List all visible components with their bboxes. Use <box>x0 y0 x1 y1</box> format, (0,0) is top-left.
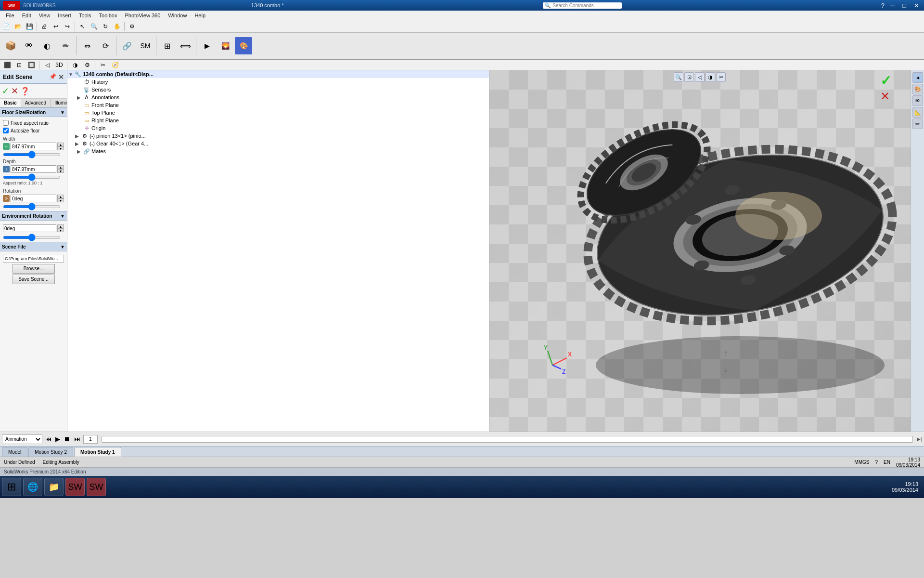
maximize-button[interactable]: □ <box>900 2 908 9</box>
view-orientation-btn[interactable]: 🧭 <box>110 60 120 70</box>
tree-item-mates[interactable]: ▶ 🔗 Mates <box>67 147 489 155</box>
vp-fit-btn[interactable]: ⊡ <box>684 72 694 82</box>
start-button[interactable]: ⊞ <box>2 478 21 496</box>
env-rotation-input[interactable] <box>3 224 56 232</box>
open-btn[interactable]: 📂 <box>13 21 23 32</box>
depth-slider[interactable] <box>3 176 61 179</box>
undo-btn[interactable]: ↩ <box>51 21 61 32</box>
linear-pattern-btn[interactable]: ⊞ <box>158 37 176 54</box>
tab-basic[interactable]: Basic <box>0 99 21 107</box>
rotate-component-btn[interactable]: ⟳ <box>97 37 114 54</box>
env-rotation-slider[interactable] <box>3 236 61 239</box>
sw-btn-2[interactable]: SW <box>87 478 106 496</box>
edit-component-btn[interactable]: ✏ <box>57 37 74 54</box>
rs-btn-4[interactable]: 📐 <box>912 107 923 118</box>
mate-btn[interactable]: 🔗 <box>118 37 136 54</box>
tab-illumination[interactable]: Illumination <box>51 99 67 107</box>
redo-btn[interactable]: ↪ <box>62 21 73 32</box>
menu-view[interactable]: View <box>35 12 54 19</box>
menu-edit[interactable]: Edit <box>18 12 35 19</box>
options-btn[interactable]: ⚙ <box>127 21 137 32</box>
vp-zoom-btn[interactable]: 🔍 <box>674 72 683 82</box>
width-up[interactable]: ▲ <box>57 143 64 146</box>
tree-root[interactable]: ▼ 🔧 1340 combo (Default<Disp... <box>67 70 489 78</box>
anim-frame-input[interactable] <box>83 435 98 444</box>
previous-view-btn[interactable]: ◁ <box>42 60 52 70</box>
autosize-floor-checkbox[interactable] <box>3 128 9 133</box>
insert-component-btn[interactable]: 📦 <box>2 37 19 54</box>
mirror-btn[interactable]: ⟺ <box>177 37 194 54</box>
confirm-icon[interactable]: ✓ <box>2 86 9 96</box>
standard-views-btn[interactable]: ⬛ <box>2 60 13 70</box>
fixed-aspect-ratio-checkbox[interactable] <box>3 120 9 126</box>
scene-btn[interactable]: 🌄 <box>217 37 234 54</box>
move-component-btn[interactable]: ⇔ <box>78 37 96 54</box>
save-btn[interactable]: 💾 <box>24 21 35 32</box>
close-panel-btn[interactable]: ✕ <box>58 73 64 81</box>
confirm-x-button[interactable]: ✕ <box>880 91 891 102</box>
menu-tools[interactable]: Tools <box>75 12 95 19</box>
rs-btn-2[interactable]: 🎨 <box>912 84 923 94</box>
photoview-render-btn[interactable]: ▶ <box>198 37 216 54</box>
rotation-down[interactable]: ▼ <box>57 198 64 202</box>
sw-btn-1[interactable]: SW <box>65 478 85 496</box>
search-commands-box[interactable]: 🔍 <box>543 2 622 9</box>
select-btn[interactable]: ↖ <box>77 21 88 32</box>
pan-btn[interactable]: ✋ <box>112 21 122 32</box>
tree-item-pinion[interactable]: ▶ ⚙ (-) pinion 13<1> (pinio... <box>67 132 489 140</box>
vp-prev-view-btn[interactable]: ◁ <box>695 72 705 82</box>
rotation-input[interactable] <box>11 195 56 202</box>
depth-down[interactable]: ▼ <box>57 169 64 173</box>
print-btn[interactable]: 🖨 <box>39 21 50 32</box>
explorer-btn[interactable]: 📁 <box>44 478 64 496</box>
pin-icon[interactable]: 📌 <box>49 73 56 81</box>
menu-toolbox[interactable]: Toolbox <box>95 12 121 19</box>
width-input[interactable] <box>11 143 56 150</box>
browser-btn[interactable]: 🌐 <box>23 478 42 496</box>
depth-input[interactable] <box>11 165 56 173</box>
zoom-btn[interactable]: 🔍 <box>89 21 99 32</box>
close-button[interactable]: ✕ <box>912 2 921 9</box>
rs-btn-3[interactable]: 👁 <box>912 95 923 106</box>
tab-model[interactable]: Model <box>2 447 27 457</box>
collapse-floor-icon[interactable]: ▼ <box>60 110 65 115</box>
menu-insert[interactable]: Insert <box>54 12 75 19</box>
appearance-btn[interactable]: 🎨 <box>235 37 252 54</box>
status-help-icon[interactable]: ? <box>875 460 878 465</box>
minimize-button[interactable]: ─ <box>888 2 897 9</box>
anim-play-btn[interactable]: ▶ <box>54 435 61 443</box>
tree-item-gear40[interactable]: ▶ ⚙ (-) Gear 40<1> (Gear 4... <box>67 140 489 147</box>
save-scene-button[interactable]: Save Scene... <box>13 275 55 284</box>
vp-section-btn[interactable]: ✂ <box>716 72 726 82</box>
anim-rewind-btn[interactable]: ⏮ <box>44 435 52 443</box>
tree-item-history[interactable]: ⏱ History <box>67 78 489 86</box>
zoom-to-fit-btn[interactable]: ⊡ <box>14 60 25 70</box>
menu-file[interactable]: File <box>2 12 18 19</box>
collapse-scenefile-icon[interactable]: ▼ <box>60 244 65 250</box>
section-view-btn[interactable]: ✂ <box>98 60 108 70</box>
menu-photoview[interactable]: PhotoView 360 <box>121 12 164 19</box>
help-icon[interactable]: ❓ <box>20 87 30 96</box>
rotation-slider[interactable] <box>3 205 61 208</box>
tree-item-annotations[interactable]: ▶ A Annotations <box>67 93 489 101</box>
3d-drawing-btn[interactable]: 3D <box>54 60 64 70</box>
tree-item-sensors[interactable]: 📡 Sensors <box>67 86 489 93</box>
confirm-check-button[interactable]: ✓ <box>880 74 891 88</box>
menu-window[interactable]: Window <box>164 12 191 19</box>
width-down[interactable]: ▼ <box>57 146 64 150</box>
menu-help[interactable]: Help <box>191 12 209 19</box>
vp-display-btn[interactable]: ◑ <box>706 72 715 82</box>
view-settings-btn[interactable]: ⚙ <box>82 60 92 70</box>
animation-mode-select[interactable]: Animation Basic Motion <box>2 434 42 444</box>
anim-stop-btn[interactable]: ⏹ <box>63 435 71 443</box>
rs-btn-1[interactable]: ◀ <box>912 72 923 83</box>
tab-advanced[interactable]: Advanced <box>21 99 51 107</box>
cancel-icon[interactable]: ✕ <box>11 86 18 96</box>
tree-item-origin[interactable]: ✛ Origin <box>67 124 489 132</box>
tab-motion-study-1[interactable]: Motion Study 1 <box>74 447 121 457</box>
smartmates-btn[interactable]: SM <box>137 37 154 54</box>
rotate-btn[interactable]: ↻ <box>100 21 111 32</box>
hide-show-btn[interactable]: 👁 <box>20 37 38 54</box>
env-rotation-up[interactable]: ▲ <box>57 224 64 228</box>
collapse-env-icon[interactable]: ▼ <box>60 213 65 219</box>
